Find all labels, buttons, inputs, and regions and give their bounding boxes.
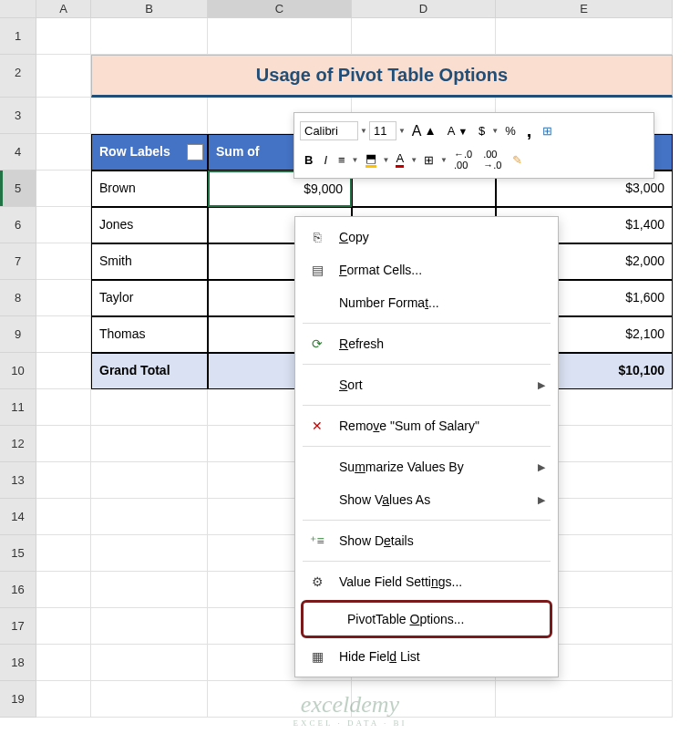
row-header-14[interactable]: 14 <box>0 499 36 535</box>
col-header-b[interactable]: B <box>91 0 208 18</box>
row-header-1[interactable]: 1 <box>0 18 36 55</box>
row-header-15[interactable]: 15 <box>0 535 36 572</box>
watermark: exceldemy EXCEL · DATA · BI <box>293 691 407 728</box>
col-header-a[interactable]: A <box>36 0 91 18</box>
bold-button[interactable]: B <box>300 151 317 169</box>
chevron-right-icon: ▶ <box>538 461 545 473</box>
menu-separator <box>303 520 551 521</box>
font-color-button[interactable]: A <box>391 150 408 170</box>
menu-value-field[interactable]: ⚙ Value Field Settings... <box>295 565 558 598</box>
row-header-7[interactable]: 7 <box>0 243 36 280</box>
chevron-down-icon[interactable]: ▼ <box>491 127 499 135</box>
row-header-10[interactable]: 10 <box>0 353 36 389</box>
row-header-5[interactable]: 5 <box>0 170 36 207</box>
percent-format-button[interactable]: % <box>500 122 520 140</box>
increase-font-icon[interactable]: A▲ <box>407 121 441 141</box>
menu-number-format[interactable]: Number Format... <box>295 286 558 319</box>
format-painter-border-icon[interactable]: ⊞ <box>538 122 557 140</box>
row-header-19[interactable]: 19 <box>0 681 36 718</box>
comma-format-button[interactable]: , <box>522 119 537 143</box>
row-header-8[interactable]: 8 <box>0 280 36 316</box>
copy-icon: ⎘ <box>308 228 326 246</box>
row-header-13[interactable]: 13 <box>0 462 36 499</box>
menu-show-details[interactable]: ⁺≡ Show Details <box>295 524 558 557</box>
menu-remove[interactable]: ✕ Remove "Sum of Salary" <box>295 409 558 442</box>
pivot-row-grandtotal: Grand Total <box>91 353 208 389</box>
row-header-11[interactable]: 11 <box>0 389 36 426</box>
pivot-header-rowlabels[interactable]: Row Labels ▼ <box>91 134 208 170</box>
row-header-3[interactable]: 3 <box>0 98 36 134</box>
borders-button[interactable]: ⊞ <box>419 151 438 169</box>
chevron-down-icon[interactable]: ▼ <box>410 156 417 164</box>
format-painter-icon[interactable]: ✎ <box>508 151 527 169</box>
align-button[interactable]: ≡ <box>334 151 350 169</box>
chevron-down-icon[interactable]: ▼ <box>383 156 390 164</box>
italic-button[interactable]: I <box>319 151 332 169</box>
menu-sort[interactable]: Sort ▶ <box>295 368 558 401</box>
menu-refresh[interactable]: ⟳ Refresh <box>295 327 558 360</box>
row-header-18[interactable]: 18 <box>0 645 36 681</box>
filter-dropdown-icon[interactable]: ▼ <box>187 144 203 160</box>
row-header-6[interactable]: 6 <box>0 207 36 243</box>
font-size-input[interactable] <box>369 121 396 140</box>
chevron-down-icon[interactable]: ▼ <box>398 127 406 135</box>
menu-format-cells[interactable]: ▤ Format Cells... <box>295 253 558 286</box>
decrease-font-icon[interactable]: A▼ <box>443 122 472 140</box>
col-header-c[interactable]: C <box>208 0 352 18</box>
chevron-down-icon[interactable]: ▼ <box>360 127 367 135</box>
remove-icon: ✕ <box>308 417 326 435</box>
menu-separator <box>303 561 551 562</box>
accounting-format-button[interactable]: $ <box>474 122 489 140</box>
row-header-16[interactable]: 16 <box>0 572 36 608</box>
menu-copy[interactable]: ⎘ Copy <box>295 221 558 253</box>
row-header-17[interactable]: 17 <box>0 608 36 645</box>
row-header-12[interactable]: 12 <box>0 426 36 462</box>
row-header-2[interactable]: 2 <box>0 55 36 98</box>
mini-toolbar: ▼ ▼ A▲ A▼ $ ▼ % , ⊞ B I ≡▼ ⬒▼ A▼ ⊞▼ ←.0.… <box>293 112 654 179</box>
pivot-row-thomas: Thomas <box>91 316 208 353</box>
menu-pivot-options[interactable]: PivotTable Options... <box>301 600 552 638</box>
chevron-down-icon[interactable]: ▼ <box>352 156 359 164</box>
title-cell: Usage of Pivot Table Options <box>91 55 673 98</box>
hide-icon: ▦ <box>308 647 326 666</box>
row-header-4[interactable]: 4 <box>0 134 36 170</box>
menu-summarize[interactable]: Summarize Values By ▶ <box>295 450 558 483</box>
corner-cell <box>0 0 36 18</box>
format-cells-icon: ▤ <box>308 261 326 279</box>
chevron-right-icon: ▶ <box>538 494 545 506</box>
pivot-row-smith: Smith <box>91 243 208 280</box>
menu-hide-field[interactable]: ▦ Hide Field List <box>295 640 558 673</box>
chevron-right-icon: ▶ <box>538 379 545 391</box>
chevron-down-icon[interactable]: ▼ <box>440 156 448 164</box>
col-header-e[interactable]: E <box>496 0 673 18</box>
pivot-row-brown: Brown <box>91 170 208 207</box>
menu-separator <box>303 446 551 447</box>
refresh-icon: ⟳ <box>308 335 326 353</box>
menu-separator <box>303 323 551 324</box>
menu-separator <box>303 405 551 406</box>
menu-separator <box>303 364 551 365</box>
font-name-input[interactable] <box>300 121 358 140</box>
pivot-row-taylor: Taylor <box>91 280 208 316</box>
settings-icon: ⚙ <box>308 573 326 591</box>
col-header-d[interactable]: D <box>352 0 496 18</box>
row-header-9[interactable]: 9 <box>0 316 36 353</box>
expand-icon: ⁺≡ <box>308 532 326 550</box>
menu-show-values[interactable]: Show Values As ▶ <box>295 483 558 516</box>
decrease-decimal-button[interactable]: .00→.0 <box>479 147 506 172</box>
context-menu: ⎘ Copy ▤ Format Cells... Number Format..… <box>294 216 559 677</box>
fill-color-button[interactable]: ⬒ <box>361 150 381 170</box>
pivot-row-jones: Jones <box>91 207 208 243</box>
increase-decimal-button[interactable]: ←.0.00 <box>449 147 477 172</box>
